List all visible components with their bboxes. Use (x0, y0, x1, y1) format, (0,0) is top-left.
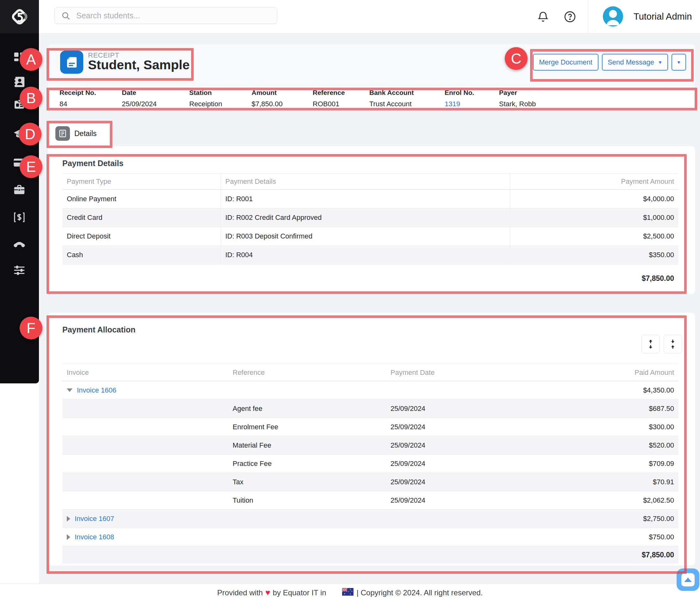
annotation-box-b (47, 88, 697, 110)
bell-icon (537, 11, 549, 23)
help-icon (564, 11, 576, 23)
annotation-box-d (47, 121, 112, 148)
scroll-top-inner (681, 573, 695, 586)
topbar: Tutorial Admin (0, 0, 700, 33)
avatar[interactable] (603, 6, 623, 27)
search-icon (61, 11, 71, 21)
sidebar-item-briefcase[interactable] (13, 183, 26, 196)
sidebar-item-phone[interactable] (13, 237, 26, 250)
search-input[interactable] (76, 11, 254, 21)
heart-icon: ♥ (265, 588, 270, 598)
annotation-box-a (47, 48, 194, 81)
sidebar-item-settings[interactable] (13, 264, 26, 277)
topbar-divider (588, 0, 588, 33)
notifications-button[interactable] (536, 0, 550, 33)
sidebar-item-contacts[interactable] (13, 76, 26, 88)
user-name: Tutorial Admin (633, 0, 692, 33)
help-button[interactable] (563, 0, 577, 33)
arrow-up-icon (684, 578, 692, 582)
sidebar-item-cash[interactable] (13, 211, 26, 224)
search-box[interactable] (54, 7, 277, 24)
annotation-circle-c: C (505, 47, 527, 70)
footer: Provided with♥by Equator IT in | Copyrig… (0, 583, 700, 601)
logo-icon (8, 6, 31, 28)
annotation-box-e (47, 154, 687, 294)
person-icon (603, 6, 623, 27)
annotation-box-f (47, 315, 687, 574)
annotation-circle-e: E (20, 155, 43, 178)
annotation-circle-b: B (20, 87, 43, 109)
annotation-circle-d: D (19, 123, 42, 146)
annotation-circle-a: A (20, 48, 43, 71)
annotation-box-c (530, 49, 694, 82)
app-logo[interactable] (0, 0, 39, 33)
australia-flag-icon (329, 579, 353, 601)
annotation-circle-f: F (20, 317, 43, 339)
